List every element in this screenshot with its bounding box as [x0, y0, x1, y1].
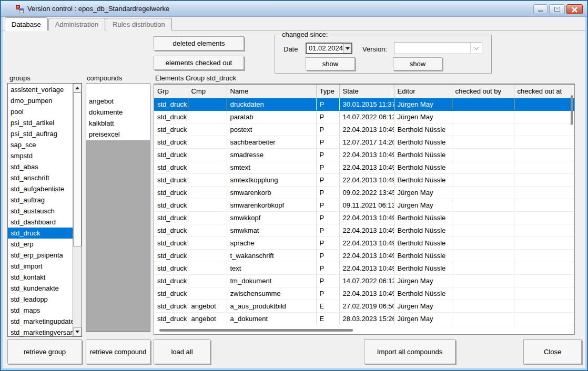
column-header[interactable]: Editor: [394, 85, 452, 98]
table-cell: smwarenkorb: [227, 186, 316, 199]
compound-item[interactable]: dokumente: [86, 107, 150, 118]
table-row[interactable]: std_drucksmwarenkorbkopfP09.11.2021 06:1…: [154, 199, 574, 211]
table-cell: [188, 161, 227, 173]
deleted-elements-button[interactable]: deleted elements: [154, 36, 244, 50]
column-header[interactable]: Grp: [154, 85, 188, 98]
column-header[interactable]: Name: [227, 85, 316, 98]
group-item[interactable]: pool: [8, 106, 73, 117]
column-header[interactable]: checked out by: [452, 85, 514, 98]
table-cell: [452, 262, 514, 274]
table-row[interactable]: std_drucksmwkkopfP22.04.2013 10:49Bertho…: [154, 211, 574, 224]
retrieve-group-button[interactable]: retrieve group: [7, 339, 82, 364]
table-row[interactable]: std_drucktm_dokumentP14.07.2022 06:12Jür…: [154, 274, 574, 287]
date-dropdown-button[interactable]: [343, 44, 351, 53]
version-combobox[interactable]: [394, 42, 482, 54]
table-cell: std_druck: [154, 274, 188, 287]
maximize-button[interactable]: [549, 4, 565, 14]
titlebar[interactable]: Version control : epos_db_Standardregelw…: [1, 1, 587, 17]
group-item[interactable]: std_erp: [8, 239, 73, 250]
vertical-scrollbar-thumb[interactable]: [571, 95, 573, 125]
table-cell: Berthold Nüssle: [394, 249, 452, 262]
group-item[interactable]: assistent_vorlage: [8, 84, 73, 95]
horizontal-scrollbar-thumb[interactable]: [159, 329, 353, 332]
group-item[interactable]: std_kontakt: [8, 272, 73, 283]
scroll-up-button[interactable]: [73, 84, 82, 92]
group-item[interactable]: std_aufgabenliste: [8, 183, 73, 194]
table-row[interactable]: std_druckt_wakanschriftP22.04.2013 10:49…: [154, 249, 574, 262]
arrow-down-icon: [75, 331, 79, 333]
group-item[interactable]: std_kundenakte: [8, 283, 73, 294]
group-item[interactable]: std_maps: [8, 305, 73, 316]
group-item[interactable]: smpstd: [8, 150, 73, 161]
table-cell: [452, 161, 514, 173]
groups-scrollbar[interactable]: [73, 84, 82, 336]
table-row[interactable]: std_druckspracheP22.04.2013 10:49Berthol…: [154, 236, 574, 249]
table-row[interactable]: std_druckangebota_dokumentE28.03.2023 15…: [154, 312, 574, 325]
group-item[interactable]: sap_sce: [8, 139, 73, 150]
group-item[interactable]: std_import: [8, 261, 73, 272]
column-header[interactable]: State: [339, 85, 394, 98]
table-row[interactable]: std_druckzwischensummeP22.04.2013 10:49B…: [154, 287, 574, 300]
compound-item[interactable]: preisexcel: [86, 129, 150, 140]
scroll-down-button[interactable]: [73, 327, 82, 336]
table-cell: a_dokument: [227, 312, 316, 325]
group-item[interactable]: std_druck: [8, 228, 73, 239]
table-cell: [452, 300, 514, 312]
table-cell: std_druck: [154, 211, 188, 224]
import-all-compounds-button[interactable]: Import all compounds: [364, 339, 455, 364]
compounds-listbox: angebotdokumentekalkblattpreisexcel: [86, 84, 150, 332]
table-row[interactable]: std_drucksmwkmatP22.04.2013 10:49Berthol…: [154, 224, 574, 236]
elements-checked-out-button[interactable]: elements checked out: [154, 56, 244, 70]
group-item[interactable]: psi_std_artikel: [8, 117, 73, 128]
column-header[interactable]: checked out at: [514, 85, 574, 98]
load-all-button[interactable]: load all: [154, 339, 210, 364]
table-row[interactable]: std_druckparatabP14.07.2022 06:12Jürgen …: [154, 110, 574, 123]
table-row[interactable]: std_drucksmtextP22.04.2013 10:49Berthold…: [154, 161, 574, 173]
group-item[interactable]: dmo_pumpen: [8, 95, 73, 106]
groups-listbox: assistent_vorlagedmo_pumpenpoolpsi_std_a…: [7, 83, 82, 337]
minimize-button[interactable]: [533, 4, 548, 14]
column-header[interactable]: Cmp: [188, 85, 227, 98]
compound-item[interactable]: kalkblatt: [86, 118, 150, 129]
tab-rules-distribution[interactable]: Rules distribution: [106, 18, 172, 30]
table-cell: Berthold Nüssle: [394, 224, 452, 236]
version-dropdown-button[interactable]: [470, 43, 482, 54]
date-picker[interactable]: 01.02.2024: [306, 43, 352, 54]
table-row[interactable]: std_druckangebota_aus_produktbildE27.02.…: [154, 300, 574, 312]
group-item[interactable]: std_erp_psipenta: [8, 250, 73, 261]
table-row[interactable]: std_druckpostextP22.04.2013 10:49Berthol…: [154, 123, 574, 136]
tab-database[interactable]: Database: [5, 17, 48, 30]
group-item[interactable]: std_dashboard: [8, 217, 73, 228]
close-dialog-button[interactable]: Close: [523, 339, 582, 364]
table-row[interactable]: std_drucksmtextkopplungP22.04.2013 10:49…: [154, 173, 574, 186]
group-item[interactable]: std_abas: [8, 161, 73, 172]
table-cell: std_druck: [154, 249, 188, 262]
group-item[interactable]: std_auftrag: [8, 194, 73, 205]
tab-administration[interactable]: Administration: [48, 18, 105, 30]
group-item[interactable]: psi_std_auftrag: [8, 128, 73, 139]
table-cell: std_druck: [154, 287, 188, 300]
table-row[interactable]: std_druckdruckdatenP30.01.2015 11:37Jürg…: [154, 98, 574, 110]
group-item[interactable]: std_leadopp: [8, 294, 73, 305]
table-cell: [452, 123, 514, 136]
compound-item[interactable]: angebot: [86, 96, 150, 107]
table-cell: P: [316, 236, 339, 249]
close-button[interactable]: [566, 4, 583, 14]
table-row[interactable]: std_drucksmadresseP22.04.2013 10:49Berth…: [154, 148, 574, 161]
table-row[interactable]: std_drucksmwarenkorbP09.02.2022 13:45Jür…: [154, 186, 574, 199]
table-cell: [514, 224, 574, 236]
group-item[interactable]: std_marketingversan: [8, 327, 73, 336]
retrieve-compound-button[interactable]: retrieve compound: [86, 339, 150, 364]
group-item[interactable]: std_austausch: [8, 205, 73, 217]
table-cell: smwkmat: [227, 224, 316, 236]
table-cell: Berthold Nüssle: [394, 262, 452, 274]
show-version-button[interactable]: show: [393, 57, 442, 70]
group-item[interactable]: std_marketingupdate: [8, 316, 73, 327]
show-date-button[interactable]: show: [306, 57, 355, 70]
window-title: Version control : epos_db_Standardregelw…: [27, 5, 169, 13]
group-item[interactable]: std_anschrift: [8, 172, 73, 183]
column-header[interactable]: Type: [316, 85, 339, 98]
table-row[interactable]: std_drucktextP22.04.2013 10:49Berthold N…: [154, 262, 574, 274]
scrollbar-thumb[interactable]: [73, 92, 82, 246]
table-row[interactable]: std_drucksachbearbeiterP12.07.2017 14:20…: [154, 136, 574, 148]
